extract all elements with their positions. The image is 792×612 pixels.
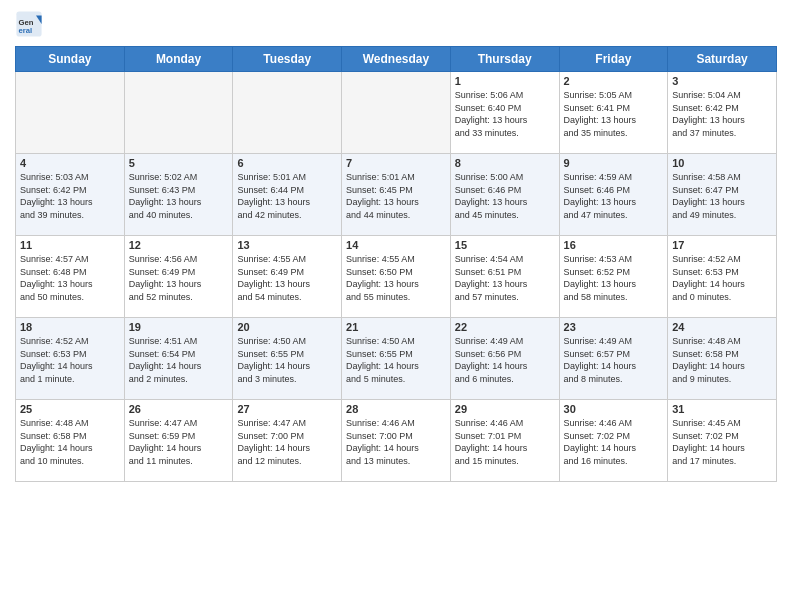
calendar-cell: 1Sunrise: 5:06 AM Sunset: 6:40 PM Daylig… <box>450 72 559 154</box>
calendar-table: SundayMondayTuesdayWednesdayThursdayFrid… <box>15 46 777 482</box>
calendar-cell: 19Sunrise: 4:51 AM Sunset: 6:54 PM Dayli… <box>124 318 233 400</box>
day-info: Sunrise: 4:46 AM Sunset: 7:01 PM Dayligh… <box>455 417 555 467</box>
calendar-cell: 14Sunrise: 4:55 AM Sunset: 6:50 PM Dayli… <box>342 236 451 318</box>
day-number: 24 <box>672 321 772 333</box>
day-info: Sunrise: 4:45 AM Sunset: 7:02 PM Dayligh… <box>672 417 772 467</box>
day-info: Sunrise: 5:05 AM Sunset: 6:41 PM Dayligh… <box>564 89 664 139</box>
day-number: 28 <box>346 403 446 415</box>
day-number: 4 <box>20 157 120 169</box>
calendar-week-1: 1Sunrise: 5:06 AM Sunset: 6:40 PM Daylig… <box>16 72 777 154</box>
day-info: Sunrise: 5:01 AM Sunset: 6:45 PM Dayligh… <box>346 171 446 221</box>
calendar-cell: 5Sunrise: 5:02 AM Sunset: 6:43 PM Daylig… <box>124 154 233 236</box>
day-number: 29 <box>455 403 555 415</box>
day-number: 25 <box>20 403 120 415</box>
day-info: Sunrise: 4:53 AM Sunset: 6:52 PM Dayligh… <box>564 253 664 303</box>
svg-text:eral: eral <box>19 26 33 35</box>
day-number: 14 <box>346 239 446 251</box>
day-info: Sunrise: 4:57 AM Sunset: 6:48 PM Dayligh… <box>20 253 120 303</box>
calendar-cell: 26Sunrise: 4:47 AM Sunset: 6:59 PM Dayli… <box>124 400 233 482</box>
day-number: 13 <box>237 239 337 251</box>
day-number: 30 <box>564 403 664 415</box>
day-info: Sunrise: 5:04 AM Sunset: 6:42 PM Dayligh… <box>672 89 772 139</box>
calendar-cell: 4Sunrise: 5:03 AM Sunset: 6:42 PM Daylig… <box>16 154 125 236</box>
day-number: 19 <box>129 321 229 333</box>
calendar-cell: 21Sunrise: 4:50 AM Sunset: 6:55 PM Dayli… <box>342 318 451 400</box>
day-info: Sunrise: 4:58 AM Sunset: 6:47 PM Dayligh… <box>672 171 772 221</box>
day-info: Sunrise: 4:52 AM Sunset: 6:53 PM Dayligh… <box>20 335 120 385</box>
calendar-cell: 24Sunrise: 4:48 AM Sunset: 6:58 PM Dayli… <box>668 318 777 400</box>
calendar-cell: 18Sunrise: 4:52 AM Sunset: 6:53 PM Dayli… <box>16 318 125 400</box>
calendar-cell: 27Sunrise: 4:47 AM Sunset: 7:00 PM Dayli… <box>233 400 342 482</box>
day-info: Sunrise: 4:52 AM Sunset: 6:53 PM Dayligh… <box>672 253 772 303</box>
day-info: Sunrise: 5:02 AM Sunset: 6:43 PM Dayligh… <box>129 171 229 221</box>
calendar-cell <box>233 72 342 154</box>
day-info: Sunrise: 4:49 AM Sunset: 6:56 PM Dayligh… <box>455 335 555 385</box>
calendar-cell: 31Sunrise: 4:45 AM Sunset: 7:02 PM Dayli… <box>668 400 777 482</box>
calendar-week-2: 4Sunrise: 5:03 AM Sunset: 6:42 PM Daylig… <box>16 154 777 236</box>
day-info: Sunrise: 4:46 AM Sunset: 7:00 PM Dayligh… <box>346 417 446 467</box>
calendar-cell: 9Sunrise: 4:59 AM Sunset: 6:46 PM Daylig… <box>559 154 668 236</box>
calendar-cell: 25Sunrise: 4:48 AM Sunset: 6:58 PM Dayli… <box>16 400 125 482</box>
day-number: 3 <box>672 75 772 87</box>
day-info: Sunrise: 5:03 AM Sunset: 6:42 PM Dayligh… <box>20 171 120 221</box>
calendar-cell: 15Sunrise: 4:54 AM Sunset: 6:51 PM Dayli… <box>450 236 559 318</box>
day-info: Sunrise: 4:59 AM Sunset: 6:46 PM Dayligh… <box>564 171 664 221</box>
header: Gen eral <box>15 10 777 38</box>
weekday-row: SundayMondayTuesdayWednesdayThursdayFrid… <box>16 47 777 72</box>
day-number: 2 <box>564 75 664 87</box>
calendar-week-3: 11Sunrise: 4:57 AM Sunset: 6:48 PM Dayli… <box>16 236 777 318</box>
day-info: Sunrise: 4:51 AM Sunset: 6:54 PM Dayligh… <box>129 335 229 385</box>
day-number: 27 <box>237 403 337 415</box>
calendar-cell: 22Sunrise: 4:49 AM Sunset: 6:56 PM Dayli… <box>450 318 559 400</box>
day-number: 10 <box>672 157 772 169</box>
day-info: Sunrise: 4:50 AM Sunset: 6:55 PM Dayligh… <box>346 335 446 385</box>
day-info: Sunrise: 4:56 AM Sunset: 6:49 PM Dayligh… <box>129 253 229 303</box>
weekday-header-friday: Friday <box>559 47 668 72</box>
day-info: Sunrise: 4:48 AM Sunset: 6:58 PM Dayligh… <box>20 417 120 467</box>
day-number: 16 <box>564 239 664 251</box>
calendar-cell: 12Sunrise: 4:56 AM Sunset: 6:49 PM Dayli… <box>124 236 233 318</box>
day-number: 17 <box>672 239 772 251</box>
day-info: Sunrise: 5:01 AM Sunset: 6:44 PM Dayligh… <box>237 171 337 221</box>
calendar-cell <box>124 72 233 154</box>
calendar-cell: 20Sunrise: 4:50 AM Sunset: 6:55 PM Dayli… <box>233 318 342 400</box>
calendar-body: 1Sunrise: 5:06 AM Sunset: 6:40 PM Daylig… <box>16 72 777 482</box>
calendar-cell: 8Sunrise: 5:00 AM Sunset: 6:46 PM Daylig… <box>450 154 559 236</box>
calendar-cell: 13Sunrise: 4:55 AM Sunset: 6:49 PM Dayli… <box>233 236 342 318</box>
calendar-week-4: 18Sunrise: 4:52 AM Sunset: 6:53 PM Dayli… <box>16 318 777 400</box>
logo: Gen eral <box>15 10 47 38</box>
day-info: Sunrise: 4:46 AM Sunset: 7:02 PM Dayligh… <box>564 417 664 467</box>
calendar-cell: 17Sunrise: 4:52 AM Sunset: 6:53 PM Dayli… <box>668 236 777 318</box>
day-info: Sunrise: 4:49 AM Sunset: 6:57 PM Dayligh… <box>564 335 664 385</box>
day-number: 23 <box>564 321 664 333</box>
weekday-header-saturday: Saturday <box>668 47 777 72</box>
day-number: 26 <box>129 403 229 415</box>
calendar-cell: 29Sunrise: 4:46 AM Sunset: 7:01 PM Dayli… <box>450 400 559 482</box>
day-info: Sunrise: 4:50 AM Sunset: 6:55 PM Dayligh… <box>237 335 337 385</box>
day-info: Sunrise: 4:54 AM Sunset: 6:51 PM Dayligh… <box>455 253 555 303</box>
day-number: 8 <box>455 157 555 169</box>
calendar-cell: 30Sunrise: 4:46 AM Sunset: 7:02 PM Dayli… <box>559 400 668 482</box>
day-info: Sunrise: 5:06 AM Sunset: 6:40 PM Dayligh… <box>455 89 555 139</box>
calendar-cell: 7Sunrise: 5:01 AM Sunset: 6:45 PM Daylig… <box>342 154 451 236</box>
day-info: Sunrise: 4:48 AM Sunset: 6:58 PM Dayligh… <box>672 335 772 385</box>
day-info: Sunrise: 4:55 AM Sunset: 6:50 PM Dayligh… <box>346 253 446 303</box>
day-info: Sunrise: 4:47 AM Sunset: 7:00 PM Dayligh… <box>237 417 337 467</box>
weekday-header-wednesday: Wednesday <box>342 47 451 72</box>
day-info: Sunrise: 4:47 AM Sunset: 6:59 PM Dayligh… <box>129 417 229 467</box>
logo-icon: Gen eral <box>15 10 43 38</box>
day-info: Sunrise: 4:55 AM Sunset: 6:49 PM Dayligh… <box>237 253 337 303</box>
day-number: 31 <box>672 403 772 415</box>
day-number: 6 <box>237 157 337 169</box>
calendar-cell: 3Sunrise: 5:04 AM Sunset: 6:42 PM Daylig… <box>668 72 777 154</box>
weekday-header-thursday: Thursday <box>450 47 559 72</box>
weekday-header-tuesday: Tuesday <box>233 47 342 72</box>
weekday-header-sunday: Sunday <box>16 47 125 72</box>
calendar-cell <box>16 72 125 154</box>
day-number: 15 <box>455 239 555 251</box>
calendar-header: SundayMondayTuesdayWednesdayThursdayFrid… <box>16 47 777 72</box>
calendar-cell: 2Sunrise: 5:05 AM Sunset: 6:41 PM Daylig… <box>559 72 668 154</box>
calendar-cell: 10Sunrise: 4:58 AM Sunset: 6:47 PM Dayli… <box>668 154 777 236</box>
calendar-cell <box>342 72 451 154</box>
weekday-header-monday: Monday <box>124 47 233 72</box>
